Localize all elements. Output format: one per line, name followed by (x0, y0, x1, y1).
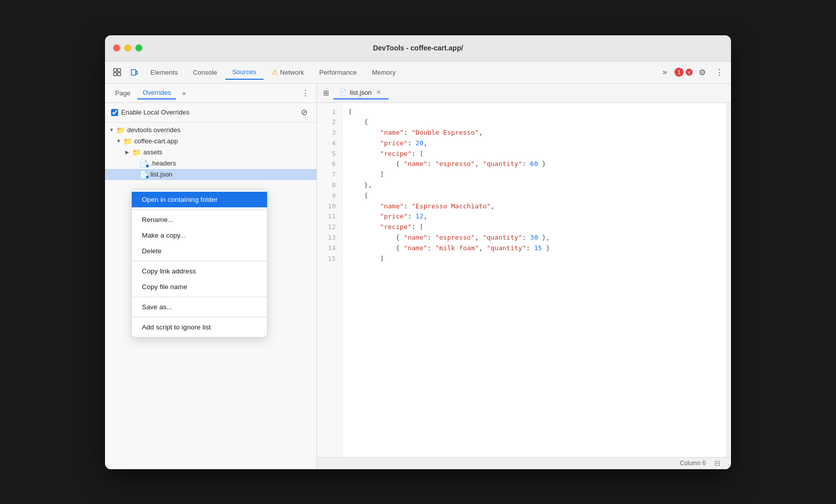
sidebar: Page Overrides » ⋮ Enable Local Override… (105, 84, 317, 469)
tab-bar: Elements Console Sources ⚠ Network Perfo… (105, 62, 731, 84)
context-menu: Open in containing folder Rename... Make… (131, 189, 268, 338)
tree-item-coffee-cart[interactable]: ▼ 📁 coffee-cart.app (105, 136, 317, 147)
enable-overrides-checkbox[interactable] (111, 109, 118, 116)
svg-text:✕: ✕ (687, 70, 691, 75)
editor-status: Column 6 ⊟ (317, 457, 731, 469)
editor-tabs: ⊞ 📄 list.json ✕ (317, 84, 731, 103)
file-icon-headers: 📄 (139, 159, 148, 167)
window-title: DevTools - coffee-cart.app/ (373, 44, 463, 52)
ctx-save-as[interactable]: Save as... (132, 299, 267, 315)
ctx-make-copy[interactable]: Make a copy... (132, 228, 267, 243)
window-controls (113, 44, 142, 51)
tab-performance[interactable]: Performance (312, 66, 363, 79)
more-options-button[interactable]: ⋮ (712, 65, 727, 80)
sidebar-toggle-button[interactable]: ⊞ (319, 86, 333, 100)
tree-arrow-assets: ▶ (125, 149, 132, 155)
code-content[interactable]: [ { "name": "Double Espresso", "price": … (342, 103, 726, 457)
file-icon-listjson: 📄 (139, 171, 148, 179)
tab-close-button[interactable]: ✕ (375, 88, 383, 96)
ctx-copy-link[interactable]: Copy link address (132, 263, 267, 279)
close-button[interactable] (113, 44, 120, 51)
ctx-ignore[interactable]: Add script to ignore list (132, 319, 267, 335)
ctx-open-folder[interactable]: Open in containing folder (132, 192, 267, 207)
status-icon-button[interactable]: ⊟ (710, 456, 725, 469)
tree-arrow-coffee: ▼ (116, 138, 123, 144)
svg-rect-1 (118, 69, 121, 72)
enable-overrides-label[interactable]: Enable Local Overrides (111, 108, 189, 116)
file-tab-icon: 📄 (339, 89, 347, 96)
line-numbers: 1 2 3 4 5 6 7 8 9 10 11 12 13 14 15 (317, 103, 342, 457)
svg-rect-5 (136, 71, 137, 74)
svg-rect-3 (118, 73, 121, 76)
error-badge: 1 (674, 68, 684, 77)
minimize-button[interactable] (124, 44, 131, 51)
tab-bar-right: » 1 ✕ ⚙ ⋮ (657, 65, 727, 80)
ctx-copy-name[interactable]: Copy file name (132, 279, 267, 295)
tree-item-assets[interactable]: ▶ 📁 assets (105, 147, 317, 158)
code-editor[interactable]: 1 2 3 4 5 6 7 8 9 10 11 12 13 14 15 [ { (317, 103, 731, 457)
more-tabs-button[interactable]: » (657, 65, 672, 80)
tree-item-listjson[interactable]: ▶ 📄 list.json (105, 169, 317, 180)
svg-rect-2 (114, 73, 117, 76)
tree-item-headers[interactable]: ▶ 📄 .headers (105, 158, 317, 169)
tab-console[interactable]: Console (186, 66, 224, 79)
maximize-button[interactable] (135, 44, 142, 51)
ctx-separator-3 (132, 297, 267, 297)
tab-memory[interactable]: Memory (365, 66, 403, 79)
clear-overrides-button[interactable]: ⊘ (297, 106, 310, 119)
tab-elements[interactable]: Elements (143, 66, 185, 79)
device-toggle-icon[interactable] (126, 64, 142, 80)
ctx-separator-2 (132, 261, 267, 261)
folder-icon-assets: 📁 (132, 148, 141, 156)
main-content: Page Overrides » ⋮ Enable Local Override… (105, 84, 731, 469)
tab-network[interactable]: ⚠ Network (265, 65, 311, 79)
svg-rect-0 (114, 69, 117, 72)
ctx-separator-4 (132, 317, 267, 317)
overrides-toolbar: Enable Local Overrides ⊘ (105, 103, 317, 123)
tree-root[interactable]: ▼ 📁 devtools overrides (105, 125, 317, 136)
sidebar-more-button[interactable]: » (178, 87, 190, 99)
scrollbar[interactable] (726, 103, 731, 457)
sidebar-tab-overrides[interactable]: Overrides (137, 87, 176, 99)
title-bar: DevTools - coffee-cart.app/ (105, 35, 731, 62)
settings-button[interactable]: ⚙ (695, 65, 710, 80)
warning-icon: ⚠ (272, 68, 278, 76)
tab-sources[interactable]: Sources (225, 65, 264, 80)
sidebar-tabs: Page Overrides » ⋮ (105, 84, 317, 103)
ctx-separator-1 (132, 209, 267, 210)
devtools-window: DevTools - coffee-cart.app/ Elements Con… (105, 35, 731, 469)
inspect-icon[interactable] (109, 64, 125, 80)
sidebar-menu-button[interactable]: ⋮ (299, 87, 311, 99)
tree-arrow-root: ▼ (109, 127, 116, 133)
ctx-delete[interactable]: Delete (132, 243, 267, 259)
folder-icon-root: 📁 (116, 126, 125, 134)
svg-rect-4 (131, 70, 136, 75)
folder-icon-coffee: 📁 (123, 137, 132, 145)
sidebar-tab-page[interactable]: Page (110, 87, 135, 99)
ctx-rename[interactable]: Rename... (132, 212, 267, 228)
editor-tab-listjson[interactable]: 📄 list.json ✕ (333, 86, 389, 99)
editor-area: ⊞ 📄 list.json ✕ 1 2 3 4 5 6 7 8 (317, 84, 731, 469)
